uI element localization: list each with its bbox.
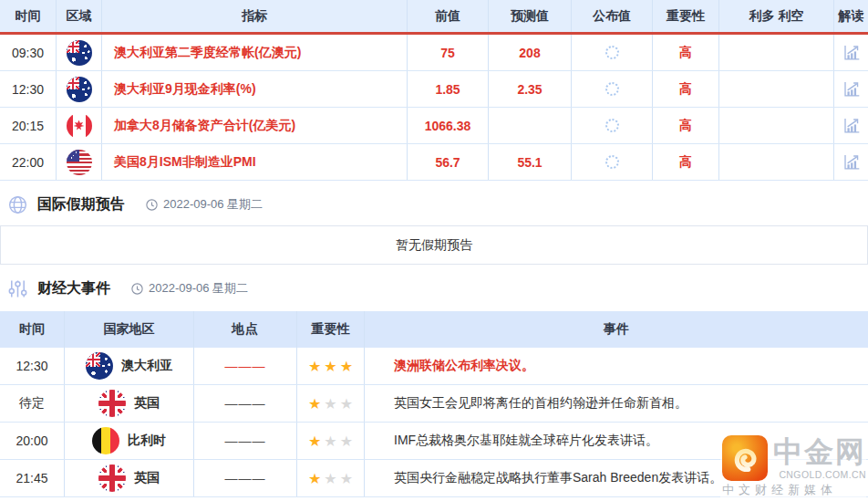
table-row: 21:45 英国 ——— ★★★ 英国央行金融稳定战略执行董事Sarah Bre… — [0, 460, 868, 497]
forecast-value: 208 — [489, 35, 572, 70]
calendar-header-row: 时间 区域 指标 前值 预测值 公布值 重要性 利多 利空 解读 — [0, 0, 868, 35]
col-header-interpret: 解读 — [834, 0, 868, 32]
event-location: ——— — [194, 460, 297, 496]
col-header-time: 时间 — [0, 0, 57, 32]
forecast-value — [489, 108, 572, 143]
clock-icon — [130, 282, 144, 296]
event-description: IMF总裁格奥尔基耶娃就全球碎片化发表讲话。 — [365, 423, 868, 459]
indicator-link[interactable]: 美国8月ISM非制造业PMI — [102, 144, 408, 180]
country-name: 比利时 — [128, 433, 166, 449]
interpret-button[interactable] — [834, 35, 868, 70]
country-name: 澳大利亚 — [121, 358, 172, 374]
col-header-importance: 重要性 — [653, 0, 719, 32]
table-row[interactable]: 12:30 澳大利亚9月现金利率(%) 1.85 2.35 高 — [0, 71, 868, 108]
holiday-date: 2022-09-06 星期二 — [163, 196, 263, 213]
country-flag-icon — [98, 464, 126, 492]
col-header-bull-bear: 利多 利空 — [719, 0, 834, 32]
country-flag-icon — [67, 113, 92, 139]
release-time: 09:30 — [0, 35, 57, 70]
events-table: 时间 国家地区 地点 重要性 事件 12:30 澳大利亚 ——— ★★★ 澳洲联… — [0, 311, 868, 497]
country-flag-icon — [67, 40, 92, 66]
chart-interpret-icon — [842, 152, 862, 172]
previous-value: 1066.38 — [408, 108, 489, 143]
bull-bear-cell — [719, 71, 834, 107]
country-name: 英国 — [134, 395, 160, 412]
col-header-country: 国家地区 — [65, 311, 194, 348]
previous-value: 56.7 — [408, 144, 489, 180]
clock-icon — [145, 198, 159, 212]
loading-spinner-icon — [605, 82, 619, 96]
interpret-button[interactable] — [834, 71, 868, 107]
indicator-link[interactable]: 加拿大8月储备资产合计(亿美元) — [102, 108, 408, 143]
country-flag-icon — [67, 150, 92, 175]
country-flag-icon — [86, 352, 113, 380]
table-row: 12:30 澳大利亚 ——— ★★★ 澳洲联储公布利率决议。 — [0, 348, 868, 385]
importance-stars: ★★★ — [306, 470, 354, 487]
forecast-value: 2.35 — [489, 71, 572, 107]
event-location: ——— — [194, 348, 297, 384]
release-time: 12:30 — [0, 71, 57, 107]
importance-stars: ★★★ — [306, 395, 354, 412]
chart-interpret-icon — [842, 43, 862, 62]
table-row: 待定 英国 ——— ★★★ 英国女王会见即将离任的首相约翰逊并任命新首相。 — [0, 385, 868, 423]
loading-spinner-icon — [605, 155, 619, 169]
previous-value: 1.85 — [408, 71, 489, 107]
importance-level: 高 — [653, 71, 719, 107]
bull-bear-cell — [719, 108, 834, 143]
loading-spinner-icon — [605, 119, 619, 132]
col-header-indicator: 指标 — [102, 0, 408, 32]
importance-stars: ★★★ — [306, 358, 354, 375]
sliders-icon — [7, 278, 28, 299]
holiday-section-title: 国际假期预告 — [37, 195, 125, 214]
table-row[interactable]: 09:30 澳大利亚第二季度经常帐(亿澳元) 75 208 高 — [0, 35, 868, 71]
col-header-location: 地点 — [194, 311, 297, 348]
events-header-row: 时间 国家地区 地点 重要性 事件 — [0, 311, 868, 348]
importance-level: 高 — [653, 108, 719, 143]
col-header-previous: 前值 — [408, 0, 489, 32]
interpret-button[interactable] — [834, 144, 868, 180]
col-header-published: 公布值 — [572, 0, 653, 32]
event-time: 20:00 — [0, 423, 65, 459]
event-location: ——— — [194, 385, 297, 422]
col-header-forecast: 预测值 — [489, 0, 572, 32]
release-time: 20:15 — [0, 108, 57, 143]
table-row[interactable]: 22:00 美国8月ISM非制造业PMI 56.7 55.1 高 — [0, 144, 868, 181]
event-time: 12:30 — [0, 348, 65, 384]
event-location: ——— — [194, 423, 297, 459]
event-description: 英国女王会见即将离任的首相约翰逊并任命新首相。 — [365, 385, 868, 422]
table-row[interactable]: 20:15 加拿大8月储备资产合计(亿美元) 1066.38 高 — [0, 108, 868, 144]
country-flag-icon — [98, 390, 126, 417]
events-section-header: 财经大事件 2022-09-06 星期二 — [7, 275, 868, 302]
event-time: 21:45 — [0, 460, 65, 496]
country-flag-icon — [92, 427, 119, 454]
indicator-link[interactable]: 澳大利亚第二季度经常帐(亿澳元) — [102, 35, 408, 70]
loading-spinner-icon — [605, 46, 619, 59]
release-time: 22:00 — [0, 144, 57, 180]
event-time: 待定 — [0, 385, 65, 422]
col-header-time: 时间 — [0, 311, 65, 348]
table-row: 20:00 比利时 ——— ★★★ IMF总裁格奥尔基耶娃就全球碎片化发表讲话。 — [0, 423, 868, 460]
forecast-value: 55.1 — [489, 144, 572, 180]
chart-interpret-icon — [842, 116, 862, 135]
col-header-region: 区域 — [57, 0, 102, 32]
holiday-empty-box: 暂无假期预告 — [0, 225, 868, 265]
previous-value: 75 — [408, 35, 489, 70]
interpret-button[interactable] — [834, 108, 868, 143]
country-name: 英国 — [134, 470, 160, 486]
globe-icon — [7, 194, 28, 215]
holiday-empty-text: 暂无假期预告 — [396, 237, 472, 254]
col-header-importance: 重要性 — [297, 311, 365, 348]
country-flag-icon — [67, 77, 92, 102]
chart-interpret-icon — [842, 79, 862, 99]
bull-bear-cell — [719, 144, 834, 180]
indicator-link[interactable]: 澳大利亚9月现金利率(%) — [102, 71, 408, 107]
importance-stars: ★★★ — [306, 433, 354, 450]
events-section-title: 财经大事件 — [37, 279, 110, 298]
economic-calendar-table: 时间 区域 指标 前值 预测值 公布值 重要性 利多 利空 解读 09:30 澳… — [0, 0, 868, 181]
importance-level: 高 — [653, 144, 719, 180]
events-date: 2022-09-06 星期二 — [149, 280, 248, 297]
col-header-event: 事件 — [365, 311, 868, 348]
bull-bear-cell — [719, 35, 834, 70]
event-description: 澳洲联储公布利率决议。 — [365, 348, 868, 384]
event-description: 英国央行金融稳定战略执行董事Sarah Breeden发表讲话。 — [365, 460, 868, 496]
